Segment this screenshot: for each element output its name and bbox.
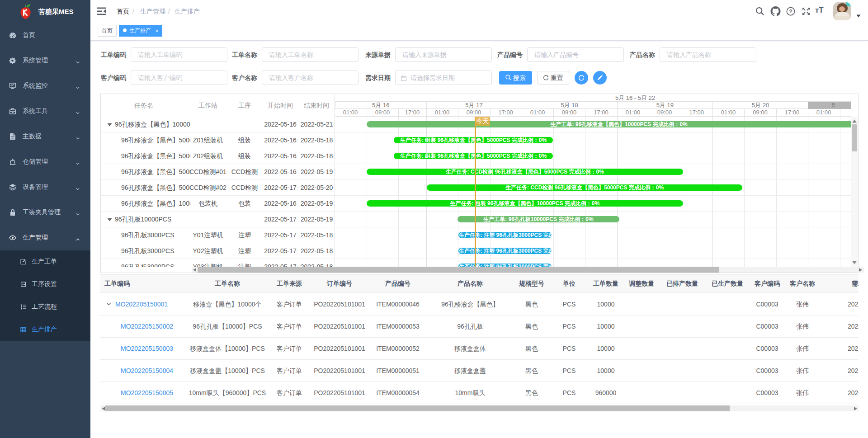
svg-text:?: ? [789, 9, 792, 14]
